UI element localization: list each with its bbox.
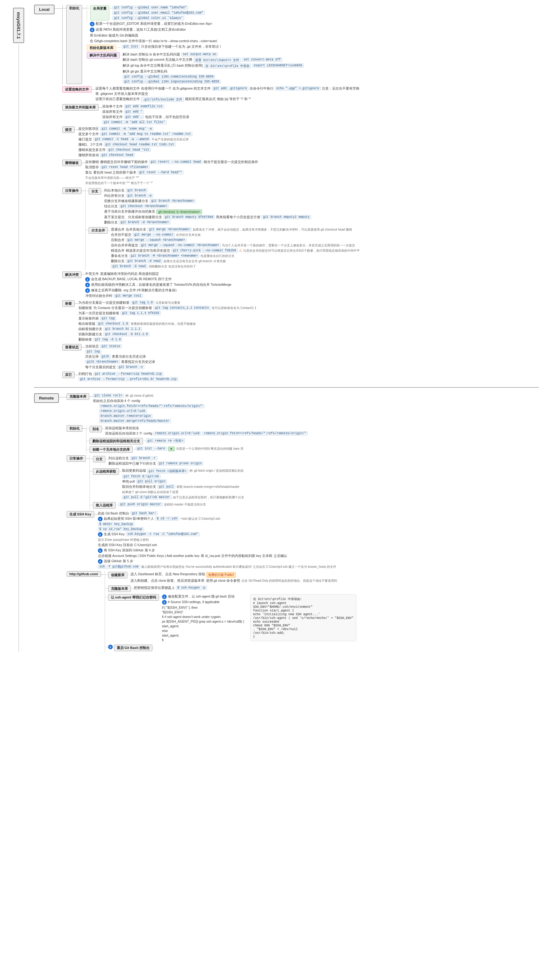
mg-lbl3: 压制合并 bbox=[111, 238, 124, 242]
mg8: git branch -D new2 强制删除分支 包含没有合并的补丁 bbox=[111, 264, 360, 269]
c-lbl4: 撤销1、2个文件 bbox=[78, 143, 103, 147]
gclh bbox=[105, 588, 108, 589]
enc-cmd2: 设置 Git\etc\inputrc 文件 bbox=[194, 58, 241, 63]
encoding-title: 解决中文乱码问题 bbox=[87, 52, 119, 59]
daily-local-section: 日常操作 分支 列出本地分支git branch 列出所有分支git branc bbox=[62, 188, 539, 270]
tag-lbl9: 删除标签 bbox=[78, 337, 92, 342]
br2: 列出所有分支git branch -a bbox=[104, 194, 311, 198]
bare-cmd1: git init --bare bbox=[136, 447, 167, 451]
remote-content: 克隆版本库 git clone <url> 例: git clone d:\gi… bbox=[67, 393, 539, 652]
ssh-agent-content: 1 修改配置文件，让 ssh-agent 随 git bash 启动 2 # S… bbox=[162, 594, 356, 642]
cf-b2: 2 bbox=[85, 283, 90, 287]
remote-branch-row: 分支 列出远程分支git branch -r 删除远程追踪中已修下行的分支git… bbox=[90, 456, 244, 466]
c4: 撤销1、2个文件git checkout head readme.txt tod… bbox=[78, 143, 192, 147]
enc-cmd7: git config --global i18n.logoutputencodi… bbox=[123, 80, 221, 84]
branch-items: 列出本地分支git branch 列出所有分支git branch -a 切换分… bbox=[104, 188, 311, 225]
commit-title: 提交 bbox=[62, 126, 75, 133]
sa-lbl7: start_agent; bbox=[162, 624, 179, 628]
init-v: 初始化 全局变量 bbox=[62, 5, 303, 84]
sa-lbl10: fi bbox=[162, 638, 164, 642]
enc1: 解决 bash 控制台 ls 命令中文乱码问题set output-meta o… bbox=[123, 52, 303, 57]
mg-lbl5b: 精选某次提交对当前历史提交 bbox=[126, 248, 170, 253]
ssh-lbl2: 如果起始更初 SSH 双/单密码个人 bbox=[104, 517, 154, 521]
tags-title: 标签 bbox=[62, 300, 75, 307]
note2: 设置 PATH 系统环境变量，追加 f:\工具箱\文档工具\EmEditor bbox=[96, 28, 186, 32]
init-title: 初始化 bbox=[66, 5, 82, 84]
sa1: 1 修改配置文件，让 ssh-agent 随 git bash 启动 bbox=[162, 595, 244, 599]
tag-note2: 也可以把标签命名为 Contact/1.1 bbox=[211, 306, 256, 310]
ft-lbl3: 取回合并到相本地分支 bbox=[122, 485, 156, 489]
br-note1: 用来指看每个小历史提交方便 bbox=[216, 215, 260, 220]
sa-code3: SSH_ENV="$HOME/.ssh/environment" bbox=[253, 605, 354, 609]
init-section: 初始化 全局变量 bbox=[62, 5, 539, 84]
main-content: Local 初始化 bbox=[34, 5, 539, 652]
rb-b1: 3 bbox=[108, 645, 113, 649]
rdh bbox=[86, 458, 89, 459]
ssh-lbl6: 第 4 步 bbox=[145, 548, 155, 553]
sa2: 2 # Source SSH settings, if applicable bbox=[162, 600, 244, 605]
ig-lbl4: 将 .gitignore 文件加入版本库并提交 bbox=[95, 92, 148, 96]
ssh-lbl3: 生成 SSH Key bbox=[104, 532, 125, 536]
ssh10: 4 连接 GitHub 第 5 步 bbox=[98, 559, 337, 564]
cmd1: git config --global user.name "zahufan" bbox=[113, 6, 188, 10]
in4: 在 Git\git-completion.bash 文件中添加一行 alias … bbox=[90, 39, 303, 43]
ssh-section: 生成 SSH Key 此处 Git Bash 控制台 git bash bar!… bbox=[67, 511, 539, 570]
st-lbl3: 查看当前分支历史记录 bbox=[112, 355, 146, 359]
ft-note4: 由于注意从远程库拉取时，则只要能解析取哪个分支 bbox=[173, 495, 244, 500]
dlh bbox=[81, 191, 85, 191]
c-lbl1: 提交到暂存区 bbox=[78, 127, 99, 131]
cf4: 3 修改之后再手动删除 .org 文件 (中突解决方案的文件备份) bbox=[85, 288, 232, 293]
sa8: else bbox=[162, 629, 244, 633]
ignore-items: 设置每个人都需要忽略的文件 在使用行中创建一个.名为.gitignore 的文本… bbox=[95, 86, 359, 102]
rbh2 bbox=[105, 459, 108, 459]
ft-note2: 获取 branch.master.merge=refs/heads/master bbox=[176, 485, 240, 489]
mg3: 压制合并 git merge --squash <branchname> bbox=[111, 238, 360, 242]
h1 bbox=[63, 8, 66, 84]
ft2: git fetch d:\git\nb bbox=[122, 474, 244, 479]
mg-cmd4: git merge --squash -no-commit <branchnam… bbox=[140, 243, 221, 247]
ssh-title: 生成 SSH Key bbox=[67, 511, 94, 518]
enc-lbl4: 解决 git gtx 显示中文注释乱码 bbox=[123, 69, 167, 74]
st2: git log bbox=[85, 350, 155, 354]
st-cmd5: git branch -v bbox=[117, 365, 145, 369]
mg-note2: 合并的分支本生效 bbox=[176, 233, 201, 237]
cl1: git clone <url> 例: git clone d:\git\nb bbox=[93, 394, 205, 398]
cl-note1: 例: git clone d:\git\nb bbox=[125, 394, 153, 398]
branch-ops-row: 分支 列出本地分支git branch 列出所有分支git branch -a … bbox=[86, 188, 360, 225]
ig-cmd1: git add .gitignore bbox=[212, 86, 248, 91]
remote-daily-content: 分支 列出远程分支git branch -r 删除远程追踪中已修下行的分支git… bbox=[89, 455, 244, 509]
add-cmd3: git add . bbox=[124, 115, 144, 119]
al-cmd1: remote.origin.url=d:\usb bbox=[153, 431, 201, 436]
remote-section: Remote 克隆版本库 git clone <url> 例: git clon… bbox=[34, 393, 539, 652]
undoh bbox=[81, 163, 85, 163]
c2: 提交多个文件git commit -m 'add msg to readme.t… bbox=[78, 132, 192, 136]
fetch-items: 取回更新到远端 git fetch <远程版本库> 例: git fetch o… bbox=[122, 468, 244, 500]
ssh-note3: 输入邮箱或用户名将出现如您会 You've successfully authe… bbox=[141, 565, 336, 569]
u4: 不会在版本库中保留当前——相当于 '**' bbox=[85, 176, 258, 180]
ssh4: $ cp id_rsa* key_backup bbox=[98, 527, 337, 531]
al2: 添加远程后自动添加 2 个 config remote.origin.url=d… bbox=[105, 431, 308, 436]
push-items: git push origin master 远程的 master 不能是当前分… bbox=[119, 502, 206, 507]
ssh8: 3 将 SSH Key 添加到 GitHub 第 4 步 bbox=[98, 548, 337, 553]
br7: 删除分支git branch -d <branchname> bbox=[104, 220, 311, 225]
ig-lbl7: 例如 [a] 等价于 '?' 和 '*' bbox=[217, 97, 251, 101]
psh bbox=[90, 505, 93, 505]
br-cmd3: git branch <branchname> bbox=[149, 199, 195, 203]
ssh5: 2 生成 SSH Key ssh-keygen -t rsa -C "zahuf… bbox=[98, 532, 337, 537]
gcl-cmd1: $ ssh-keygen -p bbox=[176, 586, 207, 590]
br-cmd2: git branch -a bbox=[126, 194, 153, 198]
clcf1: remote.origin.fetch=+refs/heads/*:refs/r… bbox=[99, 404, 205, 408]
tags-section: 标签 为当前分支最近一次提交创建标签 git tag 1.0 注意标签无法重复 … bbox=[62, 300, 539, 342]
ssh6: 提示 Enter passphrase 时需输入密码 bbox=[98, 538, 337, 542]
gvh2 bbox=[110, 8, 113, 21]
ssh-lbl5: 将 SSH Key 添加到 GitHub bbox=[104, 548, 143, 553]
cmd2: git config --global user.email "zahufan@… bbox=[113, 11, 205, 15]
cf-lbl4: 使用比较高级的冲突解决工具，比较著名的是被发展了 TortoiseSVN 的自动… bbox=[91, 283, 232, 287]
ft1: 取回更新到远端 git fetch <远程版本库> 例: git fetch o… bbox=[122, 469, 244, 474]
merge-title: 分支合并 bbox=[89, 227, 108, 234]
cl-cmd1: git clone <url> bbox=[93, 394, 124, 398]
encoding-items: 解决 bash 控制台 ls 命令中文乱码问题set output-meta o… bbox=[123, 52, 303, 84]
clone-config: remote.origin.fetch=+refs/heads/*:refs/r… bbox=[99, 404, 205, 423]
br-lbl4: 结出分支 bbox=[104, 204, 118, 208]
fetch-row: 从远程库获取 取回更新到远端 git fetch <远程版本库> 例: git … bbox=[90, 468, 244, 500]
